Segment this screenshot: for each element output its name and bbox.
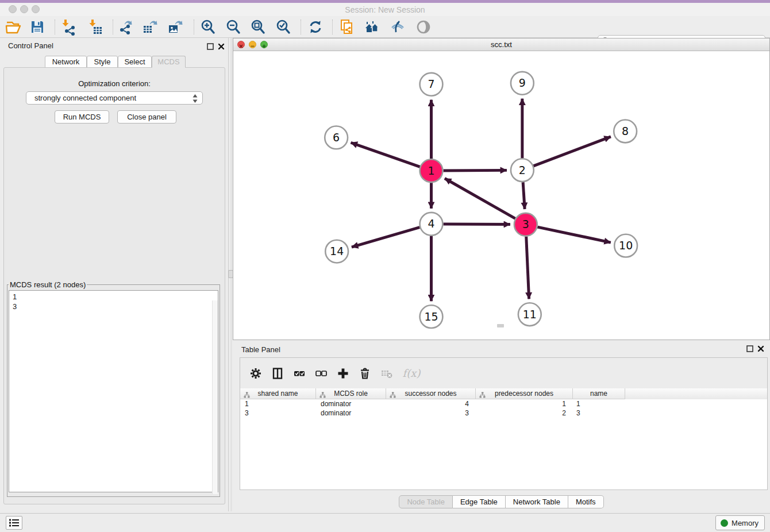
tab-edge-table[interactable]: Edge Table [453,495,506,508]
horizontal-splitter-handle[interactable] [497,324,504,327]
memory-label: Memory [732,519,759,527]
column-header-predecessor-nodes[interactable]: predecessor nodes [476,388,573,399]
node-table: shared name MCDS role successor nodes pr… [240,388,767,418]
delete-table-icon[interactable] [376,363,398,384]
zoom-fit-icon[interactable] [247,18,269,36]
mcds-result-text[interactable]: 1 3 [9,290,218,492]
close-panel-icon[interactable] [218,42,225,49]
network-view-window: scc.txt 1234678910111415 [233,38,770,340]
column-header-mcds-role[interactable]: MCDS role [316,388,386,399]
graph-edge-2-8[interactable] [533,137,611,166]
graph-node-label-15: 15 [424,310,438,323]
cell-name[interactable]: 3 [573,408,625,418]
cell-name[interactable]: 1 [573,399,625,408]
deselect-all-icon[interactable] [310,363,332,384]
graph-node-label-7: 7 [428,78,434,90]
network-canvas[interactable]: 1234678910111415 [233,51,769,340]
cell-mcds-role[interactable]: dominator [316,399,386,408]
toolbar-separator [332,20,333,34]
network-from-clipboard-icon[interactable] [336,18,358,36]
graph-edge-4-3[interactable] [443,224,510,225]
graph-edge-3-1[interactable] [445,179,515,219]
export-image-icon[interactable] [164,18,186,36]
network-graph[interactable]: 1234678910111415 [233,51,769,340]
titlebar: Session: New Session [0,3,770,16]
result-scrollbar[interactable] [212,300,218,494]
network-file-title: scc.txt [233,40,769,49]
graph-edge-1-2[interactable] [443,170,507,171]
optimization-criterion-label: Optimization criterion: [4,79,225,88]
select-chevrons-icon [192,94,198,107]
graph-node-label-14: 14 [330,245,344,257]
tab-style[interactable]: Style [87,56,118,68]
cell-predecessor-nodes[interactable]: 2 [476,408,573,418]
refresh-view-icon[interactable] [305,18,326,36]
column-header-successor-nodes[interactable]: successor nodes [386,388,476,399]
column-header-shared-name[interactable]: shared name [240,388,316,399]
add-column-icon[interactable] [332,363,354,384]
tab-motifs[interactable]: Motifs [568,495,604,508]
mcds-panel: Optimization criterion: strongly connect… [3,67,225,504]
tab-node-table[interactable]: Node Table [399,495,453,508]
tab-select[interactable]: Select [118,56,152,68]
zoom-in-icon[interactable] [197,18,219,36]
network-window-titlebar[interactable]: scc.txt [233,38,769,51]
memory-status-icon [721,519,728,527]
cell-successor-nodes[interactable]: 4 [386,399,476,408]
table-row[interactable]: 3 dominator 3 2 3 [240,408,767,418]
attribute-type-icon [319,391,326,401]
main-toolbar [0,16,770,38]
cell-mcds-role[interactable]: dominator [316,408,386,418]
mcds-result-title: MCDS result (2 nodes) [9,280,87,289]
control-panel: Control Panel Network Style Select MCDS … [0,38,229,511]
task-history-button[interactable] [6,516,22,530]
graph-node-label-10: 10 [619,239,633,252]
tab-network-table[interactable]: Network Table [506,495,568,508]
save-session-icon[interactable] [26,18,48,36]
open-file-icon[interactable] [2,18,24,36]
select-all-icon[interactable] [288,363,310,384]
show-column-icon[interactable] [267,363,288,384]
show-all-icon[interactable] [413,18,434,36]
first-neighbors-icon[interactable] [361,18,383,36]
cell-shared-name[interactable]: 1 [240,399,316,408]
optimization-criterion-select[interactable]: strongly connected component [26,91,203,105]
zoom-out-icon[interactable] [222,18,244,36]
run-mcds-button[interactable]: Run MCDS [55,110,109,124]
cell-successor-nodes[interactable]: 3 [386,408,476,418]
close-panel-button[interactable]: Close panel [117,110,176,124]
table-options-icon[interactable] [245,363,267,384]
column-header-name[interactable]: name [573,388,625,399]
cell-predecessor-nodes[interactable]: 1 [476,399,573,408]
graph-node-label-4: 4 [428,217,434,230]
graph-node-label-1: 1 [428,164,434,177]
equation-builder-icon[interactable]: f(x) [398,363,425,384]
graph-edge-3-11[interactable] [526,237,529,299]
tab-network[interactable]: Network [45,56,87,68]
hide-selected-icon[interactable] [387,18,409,36]
export-table-icon[interactable] [139,18,161,36]
float-table-panel-icon[interactable] [746,344,753,351]
table-header-row: shared name MCDS role successor nodes pr… [240,388,767,399]
mcds-result-group: MCDS result (2 nodes) 1 3 [7,280,220,497]
graph-edge-3-10[interactable] [537,227,611,242]
close-table-panel-icon[interactable] [757,344,764,351]
table-panel-title: Table Panel [241,345,280,354]
cell-shared-name[interactable]: 3 [240,408,316,418]
import-network-icon[interactable] [57,18,79,36]
table-tabs: Node Table Edge Table Network Table Moti… [233,495,770,508]
graph-edge-2-3[interactable] [523,182,525,209]
status-bar: Memory [0,513,770,532]
toolbar-separator [113,20,113,34]
toolbar-separator [301,20,301,34]
import-table-icon[interactable] [84,18,106,36]
memory-button[interactable]: Memory [715,515,765,530]
delete-column-icon[interactable] [354,363,376,384]
application-window: Session: New Session [0,0,770,532]
zoom-selected-icon[interactable] [272,18,294,36]
tab-mcds[interactable]: MCDS [152,56,186,68]
export-network-icon[interactable] [114,18,136,36]
graph-edge-4-14[interactable] [352,228,419,247]
float-panel-icon[interactable] [207,42,214,49]
graph-edge-1-6[interactable] [351,142,420,167]
